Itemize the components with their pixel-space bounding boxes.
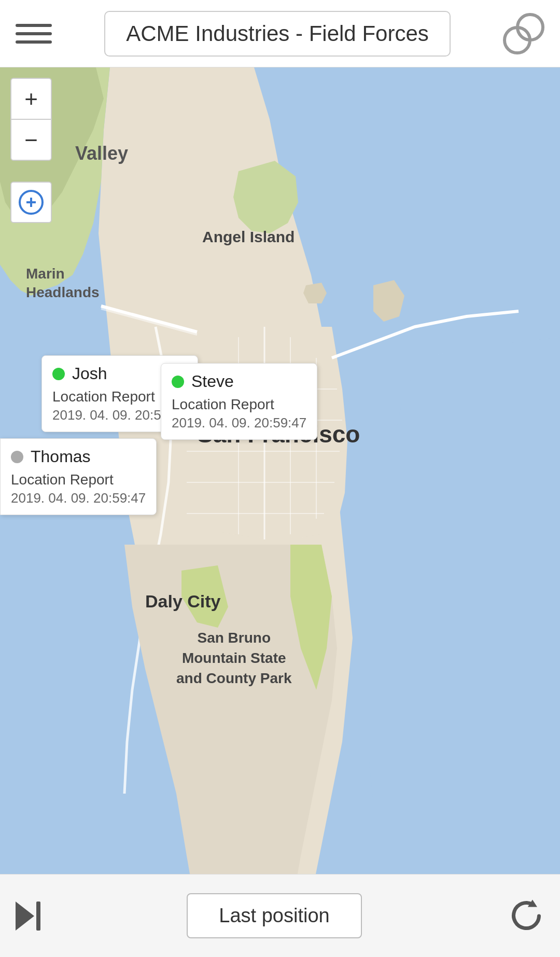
crosshair-icon — [19, 190, 44, 215]
valley-label: Valley — [75, 143, 128, 164]
thomas-event-label: Location Report — [11, 471, 146, 488]
header: ACME Industries - Field Forces — [0, 0, 560, 67]
popup-thomas[interactable]: Thomas Location Report 2019. 04. 09. 20:… — [0, 438, 157, 515]
daly-city-label: Daly City — [145, 591, 221, 612]
zoom-out-button[interactable]: − — [10, 119, 52, 161]
refresh-button[interactable] — [508, 898, 544, 934]
arrow-icon — [16, 901, 34, 931]
thomas-status-dot — [11, 451, 23, 463]
marin-label: Marin Headlands — [26, 265, 100, 302]
profile-icon — [503, 13, 544, 54]
san-bruno-label: San Bruno Mountain State and County Park — [176, 628, 291, 689]
profile-button[interactable] — [503, 13, 544, 54]
skip-to-end-button[interactable] — [16, 901, 40, 931]
menu-button[interactable] — [16, 24, 52, 44]
last-position-label: Last position — [219, 905, 329, 926]
zoom-in-label: + — [24, 88, 38, 110]
josh-name: Josh — [72, 364, 107, 383]
popup-steve[interactable]: Steve Location Report 2019. 04. 09. 20:5… — [161, 363, 317, 440]
angel-island-label: Angel Island — [202, 228, 295, 246]
steve-event-label: Location Report — [172, 396, 306, 413]
zoom-in-button[interactable]: + — [10, 78, 52, 119]
thomas-name: Thomas — [31, 447, 91, 466]
zoom-out-label: − — [24, 129, 38, 151]
thomas-time: 2019. 04. 09. 20:59:47 — [11, 490, 146, 506]
josh-status-dot — [52, 368, 65, 380]
title-text: ACME Industries - Field Forces — [126, 21, 429, 46]
refresh-icon — [508, 898, 544, 934]
locate-button[interactable] — [10, 182, 52, 223]
steve-time: 2019. 04. 09. 20:59:47 — [172, 415, 306, 431]
zoom-controls: + − — [10, 78, 52, 161]
map-container[interactable]: Valley Marin Headlands Angel Island San … — [0, 67, 560, 874]
steve-status-dot — [172, 376, 184, 388]
skip-icon — [16, 901, 40, 931]
app-title: ACME Industries - Field Forces — [104, 11, 451, 57]
menu-icon — [16, 24, 52, 44]
bottom-bar: Last position — [0, 874, 560, 957]
last-position-button[interactable]: Last position — [187, 893, 361, 938]
steve-name: Steve — [191, 372, 234, 391]
bar-end-icon — [36, 901, 40, 931]
